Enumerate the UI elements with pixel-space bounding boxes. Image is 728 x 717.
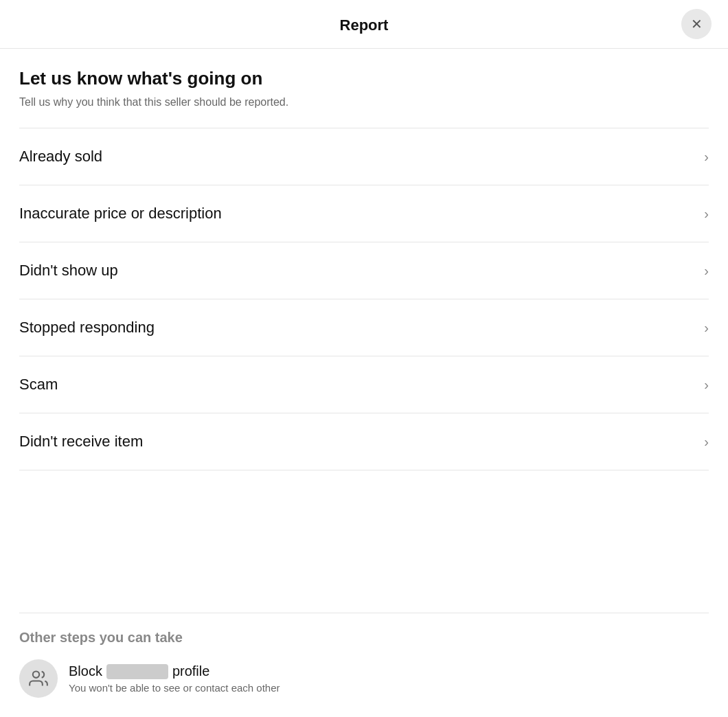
report-item-didnt-show-up[interactable]: Didn't show up› xyxy=(19,242,709,299)
block-user-item[interactable]: Block profile You won't be able to see o… xyxy=(19,659,709,698)
report-modal: Report ✕ Let us know what's going on Tel… xyxy=(0,0,728,717)
chevron-right-icon: › xyxy=(704,434,709,450)
report-item-label-already-sold: Already sold xyxy=(19,148,102,166)
chevron-right-icon: › xyxy=(704,320,709,336)
block-prefix: Block xyxy=(69,663,102,679)
other-steps-title: Other steps you can take xyxy=(19,630,709,646)
close-icon: ✕ xyxy=(691,16,703,32)
block-description: You won't be able to see or contact each… xyxy=(69,682,280,694)
report-item-label-scam: Scam xyxy=(19,376,58,394)
modal-title: Report xyxy=(340,16,389,34)
other-steps-section: Other steps you can take Block profile Y… xyxy=(0,606,728,717)
report-item-stopped-responding[interactable]: Stopped responding› xyxy=(19,299,709,356)
report-item-label-didnt-receive-item: Didn't receive item xyxy=(19,433,143,451)
chevron-right-icon: › xyxy=(704,377,709,393)
chevron-right-icon: › xyxy=(704,206,709,222)
block-username-placeholder xyxy=(106,664,168,679)
report-item-label-inaccurate-price: Inaccurate price or description xyxy=(19,205,222,223)
chevron-right-icon: › xyxy=(704,149,709,165)
section-heading: Let us know what's going on xyxy=(19,68,709,89)
modal-body: Let us know what's going on Tell us why … xyxy=(0,49,728,606)
close-button[interactable]: ✕ xyxy=(681,9,712,39)
section-subheading: Tell us why you think that this seller s… xyxy=(19,96,709,109)
report-item-label-didnt-show-up: Didn't show up xyxy=(19,262,118,280)
divider xyxy=(19,613,709,613)
svg-point-0 xyxy=(33,672,39,678)
modal-header: Report ✕ xyxy=(0,0,728,49)
block-suffix: profile xyxy=(172,663,209,679)
report-item-label-stopped-responding: Stopped responding xyxy=(19,319,155,337)
block-text: Block profile You won't be able to see o… xyxy=(69,663,280,694)
report-options-list: Already sold›Inaccurate price or descrip… xyxy=(19,128,709,470)
avatar xyxy=(19,659,58,698)
block-title: Block profile xyxy=(69,663,280,679)
chevron-right-icon: › xyxy=(704,263,709,279)
report-item-scam[interactable]: Scam› xyxy=(19,356,709,413)
user-icon xyxy=(29,669,48,688)
report-item-didnt-receive-item[interactable]: Didn't receive item› xyxy=(19,413,709,470)
report-item-inaccurate-price[interactable]: Inaccurate price or description› xyxy=(19,185,709,242)
report-item-already-sold[interactable]: Already sold› xyxy=(19,128,709,185)
